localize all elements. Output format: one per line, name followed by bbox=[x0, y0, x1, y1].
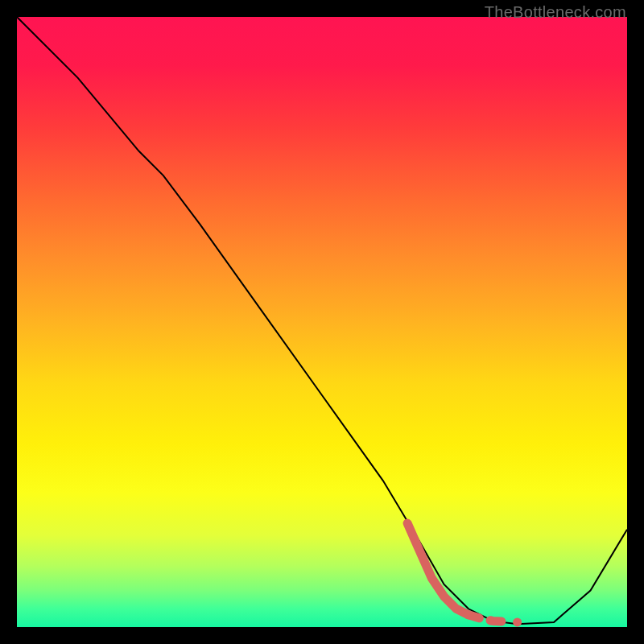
plot-area bbox=[17, 17, 627, 627]
watermark-text: TheBottleneck.com bbox=[485, 3, 626, 22]
highlight-solid bbox=[407, 523, 469, 615]
highlight-dot bbox=[513, 617, 522, 626]
chart-container: TheBottleneck.com bbox=[0, 0, 644, 644]
main-curve bbox=[17, 17, 627, 624]
chart-svg bbox=[17, 17, 627, 627]
highlight-dash bbox=[469, 615, 506, 621]
curve-layer bbox=[17, 17, 627, 626]
